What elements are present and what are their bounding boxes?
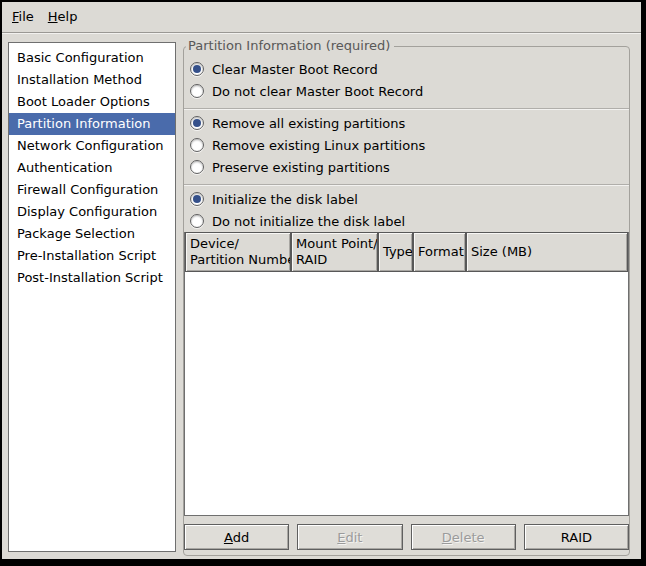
partition-table: Device/Partition NumberMount Point/RAIDT… — [184, 232, 629, 516]
sidebar-nav: Basic ConfigurationInstallation MethodBo… — [8, 42, 176, 552]
mnemonic-letter: H — [48, 9, 58, 24]
sidebar-item-boot-loader-options[interactable]: Boot Loader Options — [9, 91, 175, 113]
partition-table-header: Device/Partition NumberMount Point/RAIDT… — [185, 232, 628, 272]
partition-options: Clear Master Boot RecordDo not clear Mas… — [184, 47, 629, 232]
delete-button: Delete — [411, 524, 516, 550]
radio-remove-all-existing-partitions[interactable]: Remove all existing partitions — [190, 112, 623, 134]
radio-do-not-clear-master-boot-record[interactable]: Do not clear Master Boot Record — [190, 80, 623, 102]
radio-button-icon — [190, 84, 204, 98]
radio-button-icon — [190, 138, 204, 152]
column-header-size-mb[interactable]: Size (MB) — [466, 232, 628, 272]
radio-label: Do not clear Master Boot Record — [212, 84, 423, 99]
sidebar-item-display-configuration[interactable]: Display Configuration — [9, 201, 175, 223]
radio-label: Preserve existing partitions — [212, 160, 390, 175]
sidebar-item-basic-configuration[interactable]: Basic Configuration — [9, 47, 175, 69]
radio-preserve-existing-partitions[interactable]: Preserve existing partitions — [190, 156, 623, 178]
radio-group-2: Remove all existing partitionsRemove exi… — [184, 112, 629, 178]
column-header-mount-point-raid[interactable]: Mount Point/RAID — [291, 232, 378, 272]
mnemonic-letter: E — [337, 530, 345, 545]
radio-label: Remove existing Linux partitions — [212, 138, 425, 153]
mnemonic-letter: D — [442, 530, 452, 545]
radio-group-1: Clear Master Boot RecordDo not clear Mas… — [184, 58, 629, 102]
radio-clear-master-boot-record[interactable]: Clear Master Boot Record — [190, 58, 623, 80]
partition-action-buttons: AddEditDeleteRAID — [184, 524, 629, 550]
sidebar-item-partition-information[interactable]: Partition Information — [9, 113, 175, 135]
label-text: dit — [346, 530, 363, 545]
column-header-device-partition-number[interactable]: Device/Partition Number — [185, 232, 291, 272]
menu-help[interactable]: Help — [41, 5, 85, 29]
column-header-text: Size (MB) — [471, 244, 623, 260]
sidebar-item-package-selection[interactable]: Package Selection — [9, 223, 175, 245]
column-header-text: RAID — [296, 252, 373, 268]
radio-initialize-the-disk-label[interactable]: Initialize the disk label — [190, 188, 623, 210]
column-header-type[interactable]: Type — [378, 232, 413, 272]
radio-label: Remove all existing partitions — [212, 116, 405, 131]
sidebar-item-firewall-configuration[interactable]: Firewall Configuration — [9, 179, 175, 201]
sidebar-item-installation-method[interactable]: Installation Method — [9, 69, 175, 91]
column-header-text: Mount Point/ — [296, 236, 373, 252]
mnemonic-letter: A — [224, 530, 233, 545]
separator — [184, 108, 629, 110]
radio-label: Do not initialize the disk label — [212, 214, 405, 229]
column-header-text: Device/ — [190, 236, 286, 252]
column-header-text: Format — [418, 244, 461, 260]
label-text: RAID — [561, 530, 592, 545]
partition-table-body[interactable] — [185, 272, 628, 515]
radio-remove-existing-linux-partitions[interactable]: Remove existing Linux partitions — [190, 134, 623, 156]
sidebar-item-authentication[interactable]: Authentication — [9, 157, 175, 179]
column-header-format[interactable]: Format — [413, 232, 466, 272]
menu-bar: File Help — [2, 2, 641, 33]
kickstart-configurator-window: File Help Basic ConfigurationInstallatio… — [0, 0, 646, 566]
raid-button[interactable]: RAID — [524, 524, 629, 550]
radio-button-icon — [190, 116, 204, 130]
edit-button: Edit — [297, 524, 402, 550]
radio-button-icon — [190, 192, 204, 206]
radio-group-3: Initialize the disk labelDo not initiali… — [184, 188, 629, 232]
radio-do-not-initialize-the-disk-label[interactable]: Do not initialize the disk label — [190, 210, 623, 232]
sidebar-item-post-installation-script[interactable]: Post-Installation Script — [9, 267, 175, 289]
column-header-text: Type — [383, 244, 408, 260]
radio-button-icon — [190, 160, 204, 174]
radio-label: Initialize the disk label — [212, 192, 358, 207]
radio-button-icon — [190, 214, 204, 228]
sidebar-item-network-configuration[interactable]: Network Configuration — [9, 135, 175, 157]
radio-button-icon — [190, 62, 204, 76]
column-header-text: Partition Number — [190, 252, 286, 268]
separator — [184, 184, 629, 186]
menu-file[interactable]: File — [5, 5, 41, 29]
label-text: elete — [452, 530, 485, 545]
add-button[interactable]: Add — [184, 524, 289, 550]
radio-label: Clear Master Boot Record — [212, 62, 378, 77]
label-text: ile — [19, 9, 34, 24]
label-text: dd — [233, 530, 250, 545]
sidebar-item-pre-installation-script[interactable]: Pre-Installation Script — [9, 245, 175, 267]
label-text: elp — [58, 9, 78, 24]
partition-information-frame: Partition Information (required) Clear M… — [183, 46, 630, 556]
